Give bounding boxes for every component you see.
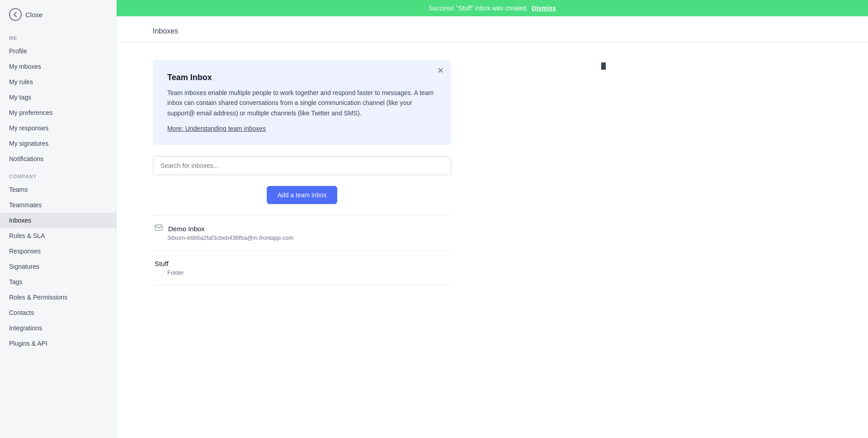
info-card-body: Team inboxes enable multiple people to w… xyxy=(167,88,437,118)
page-header: Inboxes xyxy=(117,16,868,42)
inbox-row-header-demo: Demo Inbox xyxy=(155,224,449,233)
sidebar-item-integrations[interactable]: Integrations xyxy=(0,320,116,336)
search-input[interactable] xyxy=(153,156,451,175)
close-button[interactable]: Close xyxy=(0,0,116,28)
sidebar: Close ME Profile My inboxes My rules My … xyxy=(0,0,117,438)
sidebar-item-teams[interactable]: Teams xyxy=(0,182,116,197)
back-icon xyxy=(9,8,22,21)
info-card-link[interactable]: More: Understanding team inboxes xyxy=(167,125,266,132)
main-content: Success! "Stuff" inbox was created. Dism… xyxy=(117,0,868,438)
sidebar-item-my-signatures[interactable]: My signatures xyxy=(0,136,116,151)
info-card-title: Team Inbox xyxy=(167,73,437,82)
inbox-name-demo: Demo Inbox xyxy=(168,225,205,233)
sidebar-item-roles-permissions[interactable]: Roles & Permissions xyxy=(0,290,116,305)
inbox-row-header-stuff: Stuff xyxy=(155,260,449,267)
sidebar-item-my-responses[interactable]: My responses xyxy=(0,120,116,136)
me-section-label: ME xyxy=(0,28,116,43)
dismiss-link[interactable]: Dismiss xyxy=(532,5,556,12)
sidebar-item-inboxes[interactable]: Inboxes xyxy=(0,213,116,228)
sidebar-item-responses[interactable]: Responses xyxy=(0,243,116,259)
page-title: Inboxes xyxy=(153,27,832,42)
inbox-email-demo: 3dxom-e6b6a2faf3cbeb436fba@in.frontapp.c… xyxy=(155,234,449,241)
sidebar-item-teammates[interactable]: Teammates xyxy=(0,197,116,213)
sidebar-item-notifications[interactable]: Notifications xyxy=(0,151,116,167)
inbox-row-demo: Demo Inbox 3dxom-e6b6a2faf3cbeb436fba@in… xyxy=(153,215,451,250)
inbox-row-stuff: Stuff Folder xyxy=(153,250,451,286)
company-section-label: COMPANY xyxy=(0,167,116,182)
content-area: ✕ Team Inbox Team inboxes enable multipl… xyxy=(117,42,868,304)
sidebar-item-my-tags[interactable]: My tags xyxy=(0,90,116,105)
sidebar-item-signatures[interactable]: Signatures xyxy=(0,259,116,274)
email-icon xyxy=(155,224,163,233)
info-card: ✕ Team Inbox Team inboxes enable multipl… xyxy=(153,60,451,145)
sidebar-item-my-preferences[interactable]: My preferences xyxy=(0,105,116,120)
sidebar-item-rules-sla[interactable]: Rules & SLA xyxy=(0,228,116,243)
close-label: Close xyxy=(25,11,42,19)
add-team-inbox-button[interactable]: Add a team inbox xyxy=(267,186,338,204)
sidebar-item-profile[interactable]: Profile xyxy=(0,43,116,59)
search-container xyxy=(153,156,451,175)
inbox-type-stuff: Folder xyxy=(155,269,449,276)
success-message: Success! "Stuff" inbox was created. xyxy=(429,5,528,12)
sidebar-item-tags[interactable]: Tags xyxy=(0,274,116,290)
info-card-close-button[interactable]: ✕ xyxy=(437,67,444,75)
add-button-container: Add a team inbox xyxy=(153,186,451,204)
svg-rect-0 xyxy=(155,225,162,230)
inbox-list: Demo Inbox 3dxom-e6b6a2faf3cbeb436fba@in… xyxy=(153,215,451,286)
inbox-name-stuff: Stuff xyxy=(155,260,169,267)
sidebar-item-contacts[interactable]: Contacts xyxy=(0,305,116,320)
sidebar-item-my-rules[interactable]: My rules xyxy=(0,74,116,90)
sidebar-item-plugins-api[interactable]: Plugins & API xyxy=(0,336,116,351)
success-banner: Success! "Stuff" inbox was created. Dism… xyxy=(117,0,868,16)
sidebar-item-my-inboxes[interactable]: My inboxes xyxy=(0,59,116,74)
